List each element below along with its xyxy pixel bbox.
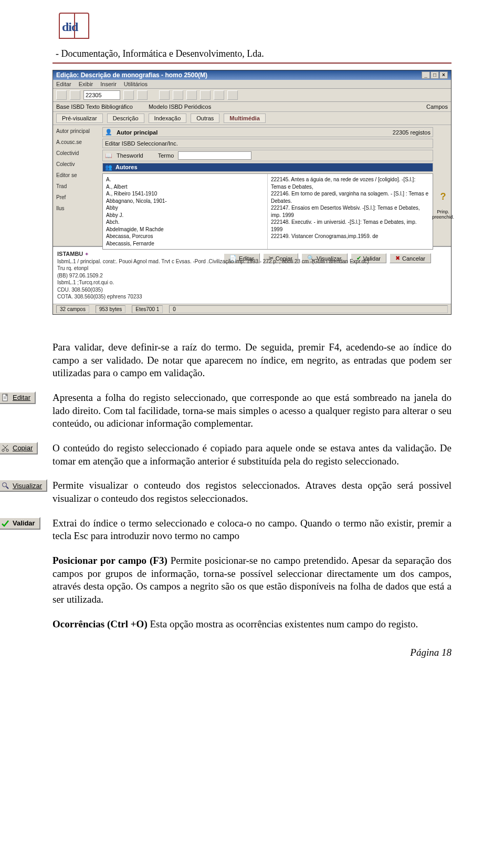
svg-point-5 <box>6 449 8 451</box>
close-button[interactable]: × <box>439 71 448 79</box>
tool-icon[interactable] <box>214 90 224 100</box>
list-item[interactable]: Abbagnano, Nicola, 1901- <box>106 198 264 205</box>
field-label: Editor se <box>56 172 97 178</box>
menubar: Editar Exibir Inserir Utilitários <box>53 80 451 89</box>
minimize-button[interactable]: _ <box>422 71 430 79</box>
campos-label: Campos <box>426 104 448 110</box>
tab-preview[interactable]: Pré-visualizar <box>56 113 103 123</box>
status-cell: 32 campos <box>56 305 89 313</box>
menu-item[interactable]: Exibir <box>79 81 93 87</box>
side-help: ? Prinp. preenchid. <box>435 125 451 246</box>
authors-list[interactable]: A. A., Albert A., Ribeiro 1541-1910 Abba… <box>103 174 268 249</box>
ocorrencias-label: Ocorrências (Ctrl +O) <box>52 618 150 629</box>
list-item[interactable]: Abch. <box>106 219 264 226</box>
tab-other[interactable]: Outras <box>191 113 219 123</box>
paragraph-posicionar: Posicionar por campo (F3) Permite posici… <box>52 554 452 606</box>
list-item[interactable]: A., Ribeiro 1541-1910 <box>106 190 264 198</box>
app-window: Edição: Descrição de monografias - homo … <box>52 70 452 315</box>
tab-description[interactable]: Descrição <box>107 113 144 123</box>
titlebar: Edição: Descrição de monografias - homo … <box>53 70 451 80</box>
document-icon <box>1 394 9 402</box>
inner-bar-3: 📖 Thesworld Termo <box>102 150 433 161</box>
list-item[interactable]: Abecassis, Fernarde <box>106 240 264 247</box>
logo-text: did <box>62 20 78 34</box>
field-label: Autor principal <box>56 128 97 134</box>
page-number: Página 18 <box>410 647 452 658</box>
list-item[interactable]: Abdelmagide, M Rachde <box>106 226 264 233</box>
svg-line-6 <box>4 445 8 449</box>
list-item[interactable]: Abby J. <box>106 212 264 219</box>
tab-index[interactable]: Indexação <box>149 113 187 123</box>
print-icon[interactable] <box>173 90 183 100</box>
list-item[interactable]: A. <box>106 176 264 183</box>
nav-last-button[interactable] <box>137 90 148 100</box>
row-copiar: Copiar O conteúdo do registo seleccionad… <box>52 442 452 468</box>
menu-item[interactable]: Editar <box>56 81 71 87</box>
validar-button-doc: Validar <box>0 517 40 530</box>
status-cell: Etes700 1 <box>132 305 163 313</box>
copy-icon[interactable] <box>200 90 211 100</box>
list-item[interactable]: Abecassa, Porcuros <box>106 233 264 240</box>
save-icon[interactable] <box>159 90 170 100</box>
menu-item[interactable]: Utilitários <box>124 81 148 87</box>
search-icon[interactable] <box>227 90 238 100</box>
org-name: - Documentação, Informática e Desenvolvi… <box>56 48 452 63</box>
list-item[interactable]: 222145. Antes a águia de, na rede de voz… <box>271 176 429 190</box>
index-title: Autores <box>116 164 138 171</box>
header-rule <box>52 63 452 64</box>
cut-icon[interactable] <box>186 90 197 100</box>
preview-line: IsbmL.1 ;Turcq.rot.qui o. <box>57 280 114 285</box>
page-header: did <box>52 11 452 47</box>
list-item[interactable]: 222146. Em torno de paredi, varginha na … <box>271 190 429 204</box>
term-input[interactable] <box>178 151 251 160</box>
maximize-button[interactable]: □ <box>430 71 439 79</box>
window-controls: _ □ × <box>422 71 448 79</box>
cancelar-button[interactable]: ✖Cancelar <box>390 253 431 263</box>
nav-prev-button[interactable] <box>70 90 80 100</box>
records-list[interactable]: 222145. Antes a águia de, na rede de voz… <box>268 174 433 249</box>
menu-item[interactable]: Inserir <box>100 81 117 87</box>
list-item[interactable]: Abby <box>106 204 264 212</box>
page-footer: Página 18 <box>52 647 452 658</box>
field-label: Trad <box>56 183 97 189</box>
help-icon[interactable]: ? <box>438 184 448 209</box>
list-item[interactable]: 222147. Ensaios em Desertos Websiv. -[S.… <box>271 204 429 219</box>
thes-label: Thesworld <box>117 152 143 159</box>
body-text: Para validar, deve definir-se a raíz do … <box>52 341 452 631</box>
editar-button-doc: Editar <box>0 391 36 404</box>
status-cell: 0 <box>169 305 448 313</box>
posicionar-label: Posicionar por campo (F3) <box>52 555 171 566</box>
tab-multimedia[interactable]: Multimédia <box>224 113 265 123</box>
nav-next-button[interactable] <box>123 90 134 100</box>
svg-point-4 <box>2 449 4 451</box>
nav-first-button[interactable] <box>56 90 67 100</box>
inner-bar-2: Editar ISBD Seleccionar/Inc. <box>102 139 433 148</box>
status-bar: 32 campos 953 bytes Etes700 1 0 <box>53 304 451 314</box>
fields-column: Autor principal A.cousc.se Colectivid Co… <box>53 125 100 246</box>
row-validar: Validar Extrai do índice o termo selecci… <box>52 517 452 543</box>
main-area: Autor principal A.cousc.se Colectivid Co… <box>53 125 451 246</box>
status-cell: 953 bytes <box>96 305 125 313</box>
term-label: Termo <box>158 152 174 159</box>
record-count: 22305 registos <box>393 129 430 136</box>
list-item[interactable]: 222149. Vistancer Cronogramas,imp.1959. … <box>271 233 429 240</box>
preview-line: COTA. 308.560(035) ephrens 70233 <box>57 294 142 300</box>
row-editar: Editar Apresenta a folha do registo sele… <box>52 391 452 430</box>
magnifier-icon <box>1 481 9 490</box>
preview-line: Tru rq. etonpl <box>57 265 88 271</box>
list-item[interactable]: A., Albert <box>106 183 264 191</box>
list-item[interactable]: 222148. Executiv. - im universid. -[S.l.… <box>271 219 429 233</box>
svg-line-7 <box>3 445 7 449</box>
row-visualizar: Visualizar Permite visualizar o conteudo… <box>52 479 452 505</box>
base-label: Base ISBD Texto Bibliográfico <box>56 104 133 110</box>
preview-line: IsbmL.1 / principal. corat:. Pouoi Agnol… <box>57 259 369 264</box>
visualizar-button-doc: Visualizar <box>0 479 47 492</box>
field-label: A.cousc.se <box>56 139 97 145</box>
field-label: Colectivid <box>56 150 97 156</box>
field-label: Pref <box>56 194 97 200</box>
record-number-input[interactable] <box>83 90 120 100</box>
paragraph-ocorrencias: Ocorrências (Ctrl +O) Esta opção mostra … <box>52 618 452 631</box>
svg-point-8 <box>3 483 7 487</box>
preview-line: (BB) 972.06.1509.2 <box>57 273 103 278</box>
logo: did <box>52 11 94 47</box>
